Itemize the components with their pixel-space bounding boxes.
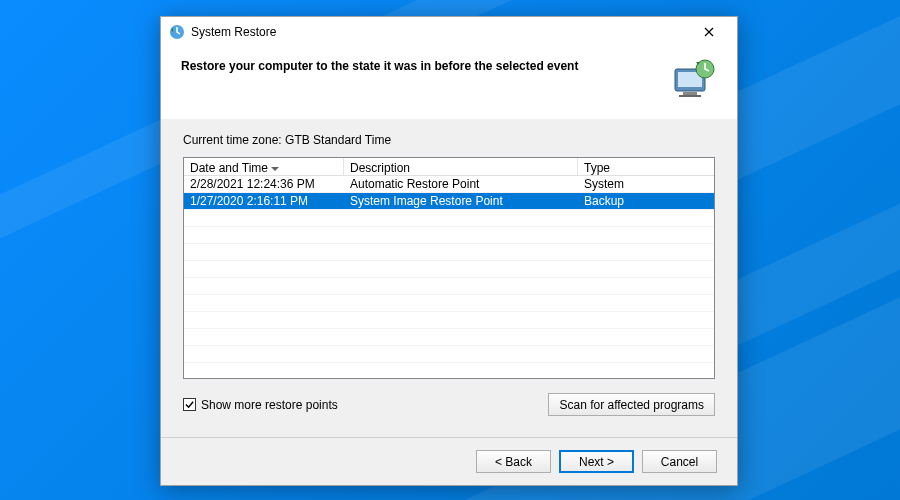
table-body: 2/28/2021 12:24:36 PMAutomatic Restore P… xyxy=(184,176,714,379)
cell-description: Automatic Restore Point xyxy=(344,176,578,192)
wizard-header: Restore your computer to the state it wa… xyxy=(161,47,737,119)
system-restore-window: System Restore Restore your computer to … xyxy=(160,16,738,486)
scan-affected-button[interactable]: Scan for affected programs xyxy=(548,393,715,416)
wizard-heading: Restore your computer to the state it wa… xyxy=(181,55,657,73)
cell-date-time: 1/27/2020 2:16:11 PM xyxy=(184,193,344,209)
cell-type: System xyxy=(578,176,714,192)
wizard-body: Current time zone: GTB Standard Time Dat… xyxy=(161,119,737,437)
column-header-description[interactable]: Description xyxy=(344,158,578,175)
timezone-value: GTB Standard Time xyxy=(285,133,391,147)
next-button[interactable]: Next > xyxy=(559,450,634,473)
titlebar: System Restore xyxy=(161,17,737,47)
show-more-label: Show more restore points xyxy=(201,398,338,412)
timezone-prefix: Current time zone: xyxy=(183,133,285,147)
table-header: Date and Time Description Type xyxy=(184,158,714,176)
table-row-empty xyxy=(184,261,714,278)
table-row-empty xyxy=(184,329,714,346)
checkmark-icon xyxy=(185,400,194,409)
restore-monitor-icon xyxy=(669,55,717,103)
close-button[interactable] xyxy=(689,19,729,45)
timezone-label: Current time zone: GTB Standard Time xyxy=(183,133,715,147)
table-row-empty xyxy=(184,210,714,227)
column-header-type[interactable]: Type xyxy=(578,158,714,175)
table-row-empty xyxy=(184,346,714,363)
table-row-empty xyxy=(184,312,714,329)
cell-date-time: 2/28/2021 12:24:36 PM xyxy=(184,176,344,192)
table-row-empty xyxy=(184,227,714,244)
window-title: System Restore xyxy=(191,25,689,39)
svg-rect-4 xyxy=(679,95,701,97)
table-row-empty xyxy=(184,363,714,379)
close-icon xyxy=(704,27,714,37)
cell-description: System Image Restore Point xyxy=(344,193,578,209)
system-restore-icon xyxy=(169,24,185,40)
svg-rect-3 xyxy=(683,92,697,95)
cell-type: Backup xyxy=(578,193,714,209)
checkbox-box xyxy=(183,398,196,411)
table-row-empty xyxy=(184,278,714,295)
wizard-footer: < Back Next > Cancel xyxy=(161,437,737,485)
back-button[interactable]: < Back xyxy=(476,450,551,473)
column-header-date-time[interactable]: Date and Time xyxy=(184,158,344,175)
cancel-button[interactable]: Cancel xyxy=(642,450,717,473)
show-more-checkbox[interactable]: Show more restore points xyxy=(183,398,338,412)
table-footer-controls: Show more restore points Scan for affect… xyxy=(183,393,715,416)
table-row-empty xyxy=(184,295,714,312)
table-row[interactable]: 1/27/2020 2:16:11 PMSystem Image Restore… xyxy=(184,193,714,210)
restore-points-table: Date and Time Description Type 2/28/2021… xyxy=(183,157,715,379)
table-row[interactable]: 2/28/2021 12:24:36 PMAutomatic Restore P… xyxy=(184,176,714,193)
table-row-empty xyxy=(184,244,714,261)
